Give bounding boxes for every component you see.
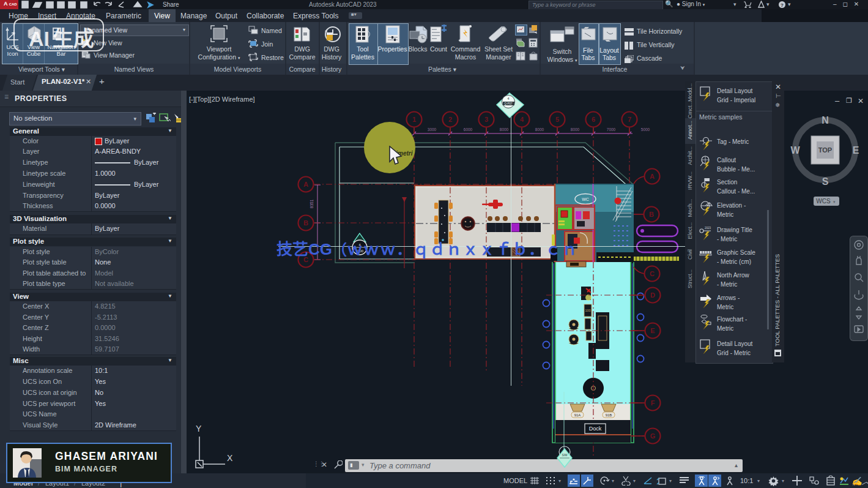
svg-text:W: W xyxy=(790,145,800,156)
svg-text:B: B xyxy=(303,219,308,227)
svg-text:D: D xyxy=(650,291,655,299)
svg-text:4: 4 xyxy=(507,97,509,100)
svg-text:2: 2 xyxy=(448,116,452,123)
svg-text:N: N xyxy=(822,115,829,126)
svg-text:Y: Y xyxy=(196,424,202,434)
svg-text:?: ? xyxy=(781,2,784,8)
svg-text:B: B xyxy=(649,211,654,218)
svg-text:6000: 6000 xyxy=(464,127,473,132)
svg-text:7000: 7000 xyxy=(607,127,616,132)
svg-text:6: 6 xyxy=(592,116,595,123)
svg-text:A: A xyxy=(303,181,308,188)
svg-text:TOP: TOP xyxy=(818,146,832,154)
svg-text:A: A xyxy=(650,173,655,180)
svg-text:3: 3 xyxy=(484,116,488,123)
svg-text:5: 5 xyxy=(555,116,559,123)
svg-text:Dock: Dock xyxy=(589,426,602,432)
svg-text:F: F xyxy=(651,399,655,407)
svg-text:8000: 8000 xyxy=(500,127,509,132)
svg-text:G: G xyxy=(650,432,656,440)
svg-text:4: 4 xyxy=(520,116,524,123)
svg-text:SIM: SIM xyxy=(562,453,568,457)
svg-text:Q-P07: Q-P07 xyxy=(504,102,513,105)
svg-text:91B: 91B xyxy=(606,413,612,417)
svg-text:E: E xyxy=(650,327,655,334)
svg-text:91A: 91A xyxy=(574,413,581,417)
svg-text:Share: Share xyxy=(163,1,179,8)
svg-text:1: 1 xyxy=(412,116,416,123)
svg-text:8000: 8000 xyxy=(535,127,544,132)
svg-text:C: C xyxy=(650,270,655,277)
svg-text:5000: 5000 xyxy=(641,127,650,132)
svg-text:WCS: WCS xyxy=(816,198,831,205)
svg-text:8000: 8000 xyxy=(571,127,580,132)
svg-text:3000: 3000 xyxy=(428,127,437,132)
svg-text:2023: 2023 xyxy=(705,227,711,230)
svg-text:E: E xyxy=(853,145,859,156)
svg-text:▾: ▾ xyxy=(833,200,836,204)
svg-text:8351: 8351 xyxy=(310,199,314,208)
svg-text:S: S xyxy=(822,176,829,187)
svg-text:100: 100 xyxy=(585,309,590,312)
svg-text:WC: WC xyxy=(582,197,589,201)
svg-text:7: 7 xyxy=(628,116,631,123)
